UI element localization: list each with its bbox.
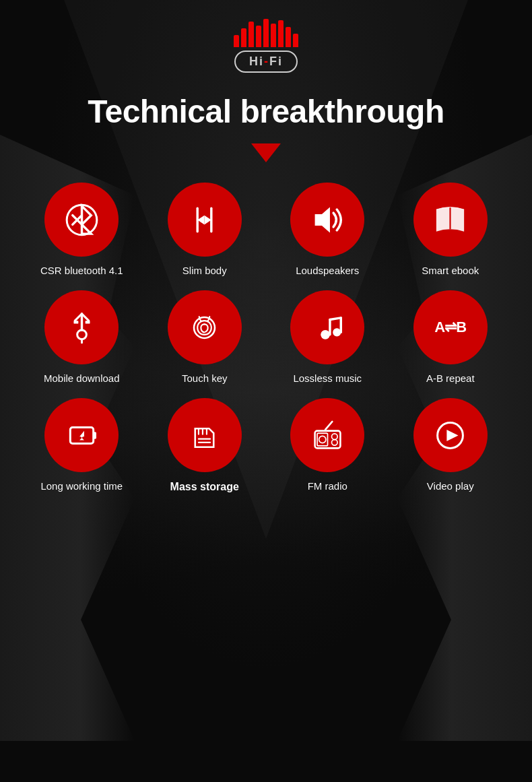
svg-point-7 [77, 329, 86, 339]
eq-bar [286, 27, 291, 47]
equalizer-graphic [234, 20, 298, 47]
feature-slim-body: Slim body [147, 183, 263, 277]
smart-ebook-icon [432, 201, 469, 238]
touch-key-circle [168, 290, 242, 364]
bluetooth-circle [44, 183, 119, 257]
hifi-header: Hi-Fi [234, 20, 298, 73]
slim-body-label: Slim body [182, 265, 227, 277]
svg-marker-5 [314, 207, 329, 232]
feature-fm-radio: FM radio [269, 398, 386, 493]
eq-bar [293, 34, 298, 47]
feature-touch-key: Touch key [147, 290, 263, 385]
svg-line-17 [330, 317, 341, 319]
mass-storage-label: Mass storage [170, 480, 239, 493]
eq-bar [234, 35, 239, 47]
feature-ab-repeat: A⇌B A-B repeat [393, 290, 509, 385]
touch-key-label: Touch key [182, 372, 228, 385]
feature-long-working-time: Long working time [24, 398, 140, 493]
main-title: Technical breakthrough [88, 93, 444, 130]
svg-point-14 [333, 328, 341, 336]
down-arrow-icon [251, 143, 281, 162]
mobile-download-label: Mobile download [44, 372, 120, 385]
feature-bluetooth: CSR bluetooth 4.1 [24, 183, 140, 277]
svg-rect-11 [85, 321, 90, 323]
lossless-music-circle [290, 290, 364, 364]
svg-line-25 [325, 421, 332, 429]
battery-icon [63, 417, 100, 454]
mobile-download-icon [63, 309, 100, 346]
eq-bar [263, 19, 269, 47]
long-working-time-label: Long working time [40, 480, 123, 492]
touch-key-icon [186, 309, 223, 346]
bluetooth-label: CSR bluetooth 4.1 [40, 265, 123, 277]
feature-loudspeakers: Loudspeakers [269, 183, 386, 277]
mass-storage-icon [186, 417, 223, 454]
mass-storage-circle [168, 398, 242, 472]
svg-rect-19 [93, 432, 96, 438]
svg-point-28 [319, 436, 325, 443]
fm-radio-circle [290, 398, 364, 472]
lossless-music-label: Lossless music [293, 372, 362, 385]
video-play-circle [413, 398, 488, 472]
feature-lossless-music: Lossless music [269, 290, 386, 385]
eq-bar [248, 22, 254, 47]
svg-rect-10 [73, 321, 78, 323]
eq-bar [241, 28, 246, 47]
bluetooth-icon [63, 201, 100, 238]
loudspeakers-label: Loudspeakers [296, 265, 359, 277]
smart-ebook-circle [413, 183, 488, 257]
slim-body-icon [186, 201, 223, 238]
battery-circle [44, 398, 119, 472]
lossless-music-icon [309, 309, 346, 346]
svg-point-30 [331, 439, 337, 445]
fm-radio-label: FM radio [308, 480, 347, 492]
mobile-download-circle [44, 290, 119, 364]
feature-mobile-download: Mobile download [24, 290, 140, 385]
feature-video-play: Video play [393, 398, 509, 493]
video-play-label: Video play [427, 480, 474, 492]
smart-ebook-label: Smart ebook [422, 265, 479, 277]
video-play-icon [432, 417, 469, 454]
svg-marker-32 [447, 429, 459, 441]
eq-bar [271, 24, 276, 47]
ab-repeat-label: A-B repeat [426, 372, 475, 385]
feature-smart-ebook: Smart ebook [393, 183, 509, 277]
ab-repeat-circle: A⇌B [413, 290, 488, 364]
hifi-badge: Hi-Fi [234, 51, 298, 73]
feature-mass-storage: Mass storage [147, 398, 263, 493]
eq-bar [256, 26, 261, 47]
loudspeakers-icon [309, 201, 346, 238]
svg-point-29 [331, 433, 337, 439]
features-grid: CSR bluetooth 4.1 Slim body [24, 183, 508, 493]
svg-point-13 [321, 329, 330, 339]
slim-body-circle [168, 183, 242, 257]
ab-repeat-icon: A⇌B [434, 319, 466, 336]
fm-radio-icon [309, 417, 346, 454]
eq-bar [278, 20, 284, 47]
loudspeakers-circle [290, 183, 364, 257]
